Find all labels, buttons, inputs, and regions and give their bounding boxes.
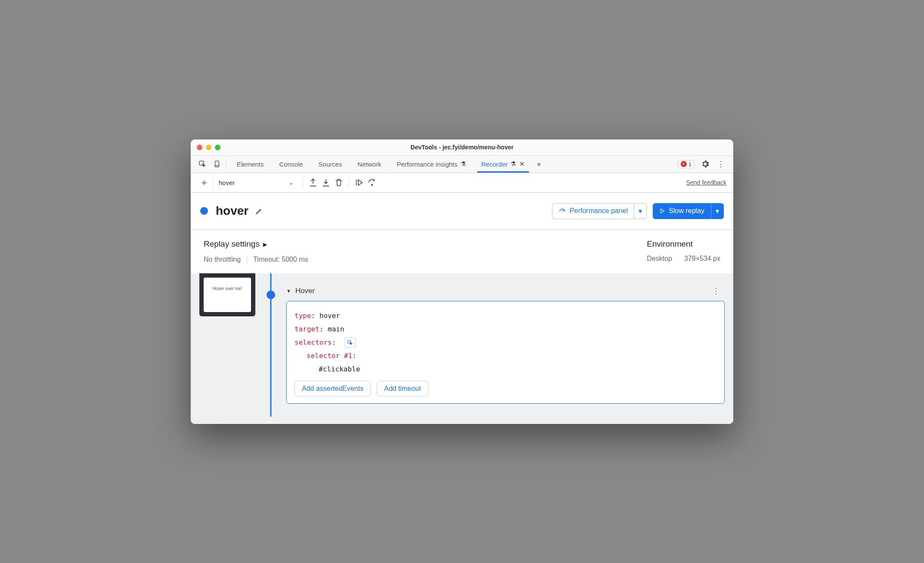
tab-label: Sources — [319, 161, 342, 168]
chevron-right-icon: ▸ — [263, 239, 267, 249]
tab-network[interactable]: Network — [350, 156, 389, 173]
chevrons-icon: » — [537, 160, 540, 168]
timeout-value: Timeout: 5000 ms — [253, 256, 308, 263]
svg-rect-1 — [215, 161, 219, 167]
svg-line-6 — [562, 210, 564, 212]
tab-recorder[interactable]: Recorder ⚗ ✕ — [474, 156, 533, 173]
step-over-icon[interactable] — [367, 178, 377, 187]
recording-header: hover Performance panel ▾ Slow replay ▾ — [191, 193, 733, 230]
add-timeout-button[interactable]: Add timeout — [377, 381, 428, 396]
performance-panel-group: Performance panel ▾ — [552, 203, 647, 219]
window-close-button[interactable] — [197, 145, 202, 150]
screenshot-thumbnail[interactable]: Hover over me! — [199, 273, 255, 316]
edit-name-icon[interactable] — [254, 206, 264, 216]
window-zoom-button[interactable] — [215, 145, 220, 150]
throttling-value: No throttling — [204, 256, 241, 263]
chevron-down-icon: ⌄ — [288, 179, 294, 186]
chevron-down-icon: ▾ — [639, 207, 642, 215]
button-label: Slow replay — [669, 207, 704, 215]
svg-marker-7 — [661, 209, 664, 213]
collapse-triangle-icon: ▼ — [286, 288, 291, 294]
error-icon — [681, 161, 687, 167]
divider — [349, 178, 349, 187]
svg-marker-4 — [358, 180, 362, 186]
error-count: 1 — [688, 161, 691, 167]
step-menu-icon[interactable]: ⋮ — [712, 286, 725, 296]
gauge-icon — [558, 207, 566, 215]
prop-key: selectors — [295, 338, 332, 346]
performance-panel-dropdown[interactable]: ▾ — [634, 203, 647, 219]
send-feedback-link[interactable]: Send feedback — [686, 179, 729, 186]
recording-name: hover — [216, 204, 248, 218]
export-icon[interactable] — [308, 178, 318, 187]
inspect-element-icon[interactable] — [198, 159, 207, 169]
environment-size: 379×534 px — [684, 255, 720, 263]
import-icon[interactable] — [321, 178, 331, 187]
chevron-down-icon: ▾ — [716, 207, 719, 215]
device-toolbar-icon[interactable] — [212, 159, 222, 169]
button-label: Performance panel — [570, 207, 628, 215]
timeline-node-icon[interactable] — [267, 291, 275, 299]
replay-settings-toggle[interactable]: Replay settings ▸ — [204, 239, 308, 249]
kebab-menu-icon[interactable]: ⋮ — [716, 159, 726, 169]
prop-key: type — [295, 312, 311, 320]
window-titlebar: DevTools - jec.fyi/demo/menu-hover — [191, 139, 733, 156]
replay-settings-label: Replay settings — [204, 239, 260, 249]
prop-value[interactable]: hover — [319, 312, 340, 320]
prop-value[interactable]: main — [328, 325, 344, 333]
timeline-area: Hover over me! ▼ Hover ⋮ type: hover — [191, 273, 733, 424]
tab-label: Elements — [237, 161, 264, 168]
replay-dropdown[interactable]: ▾ — [711, 203, 724, 219]
replay-group: Slow replay ▾ — [653, 203, 724, 219]
tab-sources[interactable]: Sources — [311, 156, 350, 173]
tab-label: Network — [358, 161, 381, 168]
prop-key: selector #1 — [307, 352, 352, 360]
tab-label: Console — [279, 161, 303, 168]
settings-gear-icon[interactable] — [701, 159, 710, 169]
recorder-toolbar: ＋ hover ⌄ Send feedback — [191, 173, 733, 193]
delete-icon[interactable] — [334, 178, 344, 187]
prop-key: target — [295, 325, 319, 333]
window-title: DevTools - jec.fyi/demo/menu-hover — [191, 144, 733, 151]
tab-elements[interactable]: Elements — [229, 156, 272, 173]
tab-performance-insights[interactable]: Performance insights ⚗ — [389, 156, 474, 173]
experiment-icon: ⚗ — [510, 160, 516, 168]
step-details: type: hover target: main selectors: sele… — [286, 301, 725, 404]
more-tabs-button[interactable]: » — [533, 156, 544, 173]
environment-label: Environment — [647, 239, 720, 249]
window-controls — [197, 145, 220, 150]
tab-label: Performance insights — [397, 161, 458, 168]
close-tab-icon[interactable]: ✕ — [519, 160, 525, 168]
tab-label: Recorder — [481, 161, 508, 168]
add-asserted-events-button[interactable]: Add assertedEvents — [295, 381, 371, 396]
slow-replay-button[interactable]: Slow replay — [653, 203, 711, 219]
error-badge[interactable]: 1 — [678, 160, 695, 168]
step-header[interactable]: ▼ Hover ⋮ — [286, 286, 725, 296]
experiment-icon: ⚗ — [460, 160, 466, 168]
recording-status-dot-icon — [200, 207, 208, 215]
tab-console[interactable]: Console — [272, 156, 311, 173]
continue-icon[interactable] — [354, 178, 364, 187]
divider — [247, 255, 247, 264]
panel-tabstrip: Elements Console Sources Network Perform… — [191, 156, 733, 173]
divider — [303, 178, 303, 187]
performance-panel-button[interactable]: Performance panel — [552, 203, 634, 219]
environment-device: Desktop — [647, 255, 672, 263]
recording-select-value: hover — [219, 179, 235, 186]
devtools-window: DevTools - jec.fyi/demo/menu-hover Eleme… — [191, 139, 733, 424]
settings-row: Replay settings ▸ No throttling Timeout:… — [191, 230, 733, 273]
svg-point-5 — [372, 184, 373, 186]
new-recording-button[interactable]: ＋ — [195, 176, 213, 189]
thumbnail-caption: Hover over me! — [204, 278, 251, 312]
pick-selector-button[interactable] — [344, 337, 356, 348]
play-icon — [659, 208, 665, 214]
step-title: Hover — [295, 287, 315, 295]
window-minimize-button[interactable] — [206, 145, 211, 150]
recording-selector[interactable]: hover ⌄ — [213, 173, 299, 192]
selector-value[interactable]: #clickable — [319, 365, 360, 373]
